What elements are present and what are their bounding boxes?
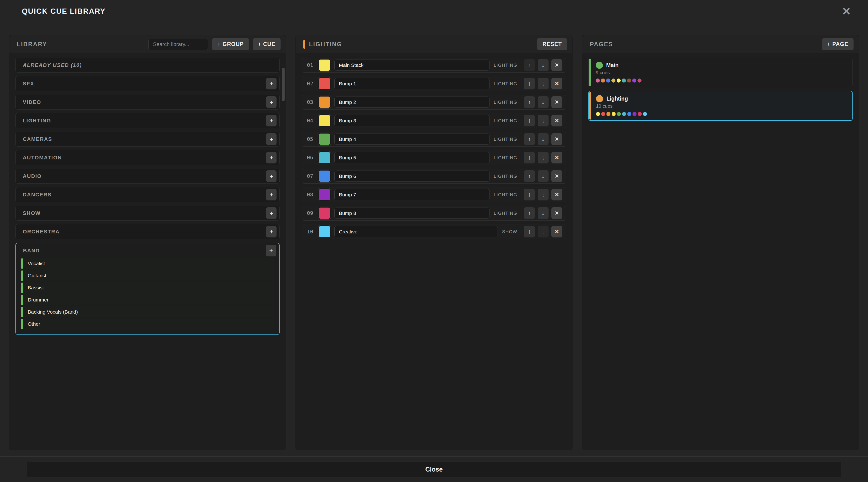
- page-entry-main[interactable]: Main 9 cues: [588, 58, 852, 87]
- cue-color-swatch[interactable]: [318, 188, 331, 201]
- add-from-group-button[interactable]: +: [266, 133, 277, 145]
- remove-cue-button[interactable]: ✕: [551, 59, 562, 71]
- library-group-video[interactable]: VIDEO +: [16, 95, 280, 110]
- add-from-group-button[interactable]: +: [266, 170, 277, 182]
- cue-dot: [612, 112, 616, 116]
- library-group-lighting[interactable]: LIGHTING +: [16, 113, 280, 128]
- move-up-button[interactable]: ↑: [524, 78, 535, 89]
- cue-name-input[interactable]: [334, 96, 490, 108]
- remove-cue-button[interactable]: ✕: [551, 96, 562, 108]
- add-from-group-button[interactable]: +: [266, 115, 277, 126]
- cue-name-input[interactable]: [334, 115, 490, 126]
- move-up-button[interactable]: ↑: [524, 189, 535, 201]
- remove-cue-button[interactable]: ✕: [551, 133, 562, 145]
- remove-cue-button[interactable]: ✕: [551, 207, 562, 219]
- remove-cue-button[interactable]: ✕: [551, 170, 562, 182]
- remove-cue-button[interactable]: ✕: [551, 115, 562, 126]
- add-group-button[interactable]: + GROUP: [212, 38, 249, 50]
- cue-color-swatch[interactable]: [318, 59, 331, 71]
- move-down-button[interactable]: ↓: [538, 133, 549, 145]
- library-group-already-used-10[interactable]: ALREADY USED (10): [16, 58, 280, 72]
- library-group-label: SFX: [23, 81, 34, 87]
- band-cue-item-other[interactable]: Other: [21, 319, 274, 329]
- cue-name-input[interactable]: [334, 60, 490, 71]
- add-from-group-button[interactable]: +: [266, 226, 277, 237]
- cue-name-input[interactable]: [334, 78, 490, 89]
- add-from-group-button[interactable]: +: [266, 152, 277, 163]
- pages-panel-header: PAGES + PAGE: [582, 35, 859, 53]
- cue-dot: [596, 79, 600, 83]
- add-from-group-button[interactable]: +: [266, 207, 277, 219]
- page-entry-lighting[interactable]: Lighting 10 cues: [588, 91, 852, 121]
- library-scrollbar-thumb[interactable]: [282, 68, 285, 101]
- add-cue-button[interactable]: + CUE: [253, 38, 281, 50]
- remove-cue-button[interactable]: ✕: [551, 226, 562, 237]
- cue-color-swatch[interactable]: [318, 151, 331, 164]
- cue-dot: [596, 112, 600, 116]
- cue-color-swatch[interactable]: [318, 225, 331, 238]
- move-up-button[interactable]: ↑: [524, 115, 535, 126]
- add-from-group-button[interactable]: +: [266, 78, 277, 89]
- cue-row-creative: 10 SHOW ↑ ↓ ✕: [302, 224, 566, 239]
- cue-name-input[interactable]: [334, 152, 490, 163]
- cue-color-swatch[interactable]: [318, 114, 331, 127]
- modal-header: QUICK CUE LIBRARY ✕: [0, 0, 868, 23]
- cue-number: 02: [307, 81, 318, 87]
- cue-number: 04: [307, 118, 318, 124]
- library-group-dancers[interactable]: DANCERS +: [16, 187, 280, 202]
- page-cue-count: 10 cues: [596, 103, 847, 109]
- add-from-group-button[interactable]: +: [266, 189, 277, 201]
- cue-color-swatch[interactable]: [318, 170, 331, 182]
- move-down-button[interactable]: ↓: [538, 96, 549, 108]
- band-group-header[interactable]: BAND +: [16, 243, 279, 258]
- remove-cue-button[interactable]: ✕: [551, 152, 562, 163]
- move-down-button[interactable]: ↓: [538, 78, 549, 89]
- cue-number: 07: [307, 173, 318, 179]
- band-cue-item-vocalist[interactable]: Vocalist: [21, 258, 274, 269]
- move-down-button[interactable]: ↓: [538, 115, 549, 126]
- move-up-button[interactable]: ↑: [524, 152, 535, 163]
- cue-name-input[interactable]: [334, 171, 490, 182]
- move-down-button[interactable]: ↓: [538, 207, 549, 219]
- close-button[interactable]: Close: [27, 461, 841, 478]
- move-up-button[interactable]: ↑: [524, 170, 535, 182]
- move-down-button[interactable]: ↓: [538, 170, 549, 182]
- library-group-automation[interactable]: AUTOMATION +: [16, 150, 280, 165]
- cue-dot: [611, 79, 615, 83]
- cue-color-swatch[interactable]: [318, 133, 331, 145]
- add-from-group-button[interactable]: +: [266, 96, 277, 108]
- band-cue-item-guitarist[interactable]: Guitarist: [21, 270, 274, 281]
- cue-dot: [643, 112, 647, 116]
- cue-name-input[interactable]: [334, 208, 490, 219]
- cue-name-input[interactable]: [334, 226, 498, 237]
- library-group-orchestra[interactable]: ORCHESTRA +: [16, 224, 280, 239]
- reset-button[interactable]: RESET: [537, 38, 567, 50]
- library-group-sfx[interactable]: SFX +: [16, 76, 280, 91]
- cue-name-input[interactable]: [334, 189, 490, 200]
- move-down-button[interactable]: ↓: [538, 59, 549, 71]
- band-cue-item-drummer[interactable]: Drummer: [21, 294, 274, 305]
- cue-color-swatch[interactable]: [318, 77, 331, 90]
- pages-panel: PAGES + PAGE Main 9 cues Lighting 10 cue…: [582, 35, 859, 450]
- remove-cue-button[interactable]: ✕: [551, 78, 562, 89]
- cue-color-swatch[interactable]: [318, 207, 331, 219]
- add-from-group-button[interactable]: +: [266, 245, 276, 257]
- search-input[interactable]: [149, 39, 208, 50]
- band-cue-item-backing-vocals-band[interactable]: Backing Vocals (Band): [21, 306, 274, 318]
- move-up-button[interactable]: ↑: [524, 226, 535, 237]
- close-icon[interactable]: ✕: [842, 6, 851, 17]
- band-cue-item-bassist[interactable]: Bassist: [21, 282, 274, 293]
- move-up-button[interactable]: ↑: [524, 133, 535, 145]
- library-group-label: CAMERAS: [23, 136, 52, 142]
- cue-color-swatch[interactable]: [318, 96, 331, 109]
- move-down-button[interactable]: ↓: [538, 152, 549, 163]
- library-group-audio[interactable]: AUDIO +: [16, 169, 280, 184]
- library-group-show[interactable]: SHOW +: [16, 206, 280, 220]
- move-up-button[interactable]: ↑: [524, 207, 535, 219]
- remove-cue-button[interactable]: ✕: [551, 189, 562, 201]
- cue-name-input[interactable]: [334, 133, 490, 145]
- move-down-button[interactable]: ↓: [538, 189, 549, 201]
- add-page-button[interactable]: + PAGE: [822, 38, 854, 50]
- move-up-button[interactable]: ↑: [524, 96, 535, 108]
- library-group-cameras[interactable]: CAMERAS +: [16, 132, 280, 147]
